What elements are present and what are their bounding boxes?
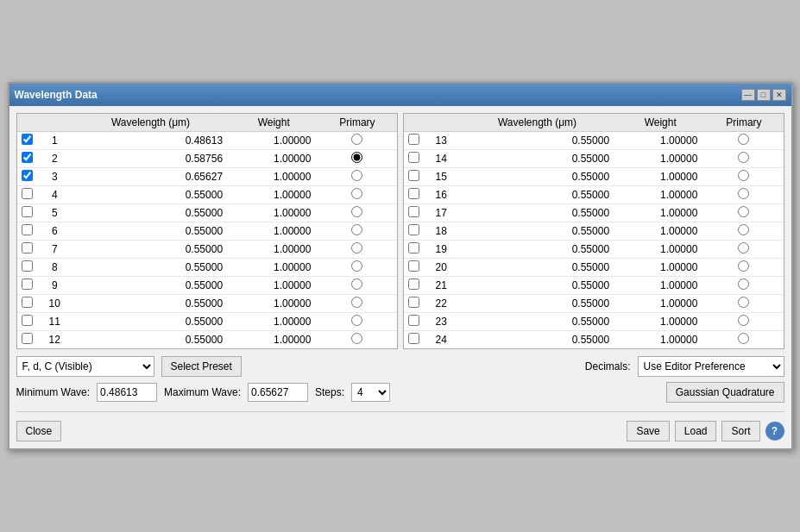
right-row-primary-cell <box>704 259 783 277</box>
left-row-checkbox[interactable] <box>22 315 33 326</box>
right-row-num: 17 <box>425 204 458 222</box>
left-row-checkbox[interactable] <box>22 279 33 290</box>
left-row-primary-radio[interactable] <box>351 333 362 344</box>
right-row-primary-radio[interactable] <box>738 260 749 272</box>
left-row-primary-radio[interactable] <box>351 297 362 308</box>
left-row-checkbox[interactable] <box>22 134 33 145</box>
right-row-checkbox[interactable] <box>408 333 419 344</box>
right-row-num: 15 <box>425 168 458 186</box>
load-button[interactable]: Load <box>675 421 717 441</box>
left-row-checkbox[interactable] <box>22 224 33 235</box>
right-row-primary-radio[interactable] <box>738 242 749 253</box>
right-row-primary-radio[interactable] <box>738 297 749 308</box>
right-row-primary-radio[interactable] <box>738 188 749 199</box>
right-row-primary-cell <box>704 204 783 222</box>
left-row-primary-radio[interactable] <box>351 206 362 217</box>
right-row-primary-radio[interactable] <box>738 206 749 217</box>
right-row-primary-radio[interactable] <box>738 279 749 290</box>
right-row-checkbox[interactable] <box>408 224 419 235</box>
left-row-primary-radio[interactable] <box>351 170 362 181</box>
right-table-row: 22 0.55000 1.00000 <box>404 295 784 313</box>
decimals-dropdown[interactable]: Use Editor Preference 1 2 3 4 5 6 <box>638 356 784 377</box>
left-row-primary-radio[interactable] <box>351 279 362 290</box>
left-table-row: 2 0.58756 1.00000 <box>17 150 397 168</box>
right-row-checkbox[interactable] <box>408 188 419 199</box>
left-table-row: 12 0.55000 1.00000 <box>17 331 397 349</box>
left-row-checkbox[interactable] <box>22 260 33 272</box>
sort-button[interactable]: Sort <box>721 421 759 441</box>
gaussian-quadrature-button[interactable]: Gaussian Quadrature <box>666 382 784 403</box>
right-row-checkbox[interactable] <box>408 315 419 326</box>
tables-row: Wavelength (μm) Weight Primary 1 0.48613… <box>16 113 784 349</box>
select-preset-button[interactable]: Select Preset <box>161 356 242 377</box>
left-table-row: 10 0.55000 1.00000 <box>17 295 397 313</box>
left-row-checkbox-cell <box>17 295 38 313</box>
right-row-checkbox-cell <box>404 241 425 259</box>
preset-dropdown[interactable]: F, d, C (Visible) Custom <box>16 356 154 377</box>
right-row-checkbox[interactable] <box>408 134 419 145</box>
minimize-button[interactable]: — <box>741 89 755 101</box>
right-table-row: 23 0.55000 1.00000 <box>404 313 784 331</box>
right-row-wavelength: 0.55000 <box>458 168 616 186</box>
right-col-wavelength: Wavelength (μm) <box>458 114 616 132</box>
right-row-checkbox[interactable] <box>408 206 419 217</box>
left-row-weight: 1.00000 <box>230 295 318 313</box>
restore-button[interactable]: □ <box>757 89 771 101</box>
right-row-wavelength: 0.55000 <box>458 241 616 259</box>
left-row-primary-radio[interactable] <box>351 152 362 163</box>
left-row-primary-radio[interactable] <box>351 188 362 199</box>
right-row-checkbox[interactable] <box>408 152 419 163</box>
right-row-num: 22 <box>425 295 458 313</box>
left-row-primary-radio[interactable] <box>351 260 362 272</box>
left-row-primary-radio[interactable] <box>351 242 362 253</box>
left-table-row: 4 0.55000 1.00000 <box>17 186 397 204</box>
left-row-primary-radio[interactable] <box>351 315 362 326</box>
right-row-primary-radio[interactable] <box>738 134 749 145</box>
left-row-wavelength: 0.55000 <box>72 331 230 349</box>
min-wave-input[interactable] <box>97 383 157 402</box>
right-row-primary-radio[interactable] <box>738 152 749 163</box>
left-row-weight: 1.00000 <box>230 313 318 331</box>
right-table-row: 21 0.55000 1.00000 <box>404 277 784 295</box>
help-button[interactable]: ? <box>765 422 784 441</box>
save-button[interactable]: Save <box>627 421 669 441</box>
left-row-checkbox[interactable] <box>22 188 33 199</box>
right-row-checkbox[interactable] <box>408 170 419 181</box>
left-row-checkbox[interactable] <box>22 152 33 163</box>
left-row-num: 12 <box>38 331 72 349</box>
close-button[interactable]: Close <box>16 421 62 441</box>
right-table-row: 17 0.55000 1.00000 <box>404 204 784 222</box>
left-row-checkbox[interactable] <box>22 333 33 344</box>
right-row-primary-cell <box>704 313 783 331</box>
right-row-checkbox[interactable] <box>408 297 419 308</box>
right-row-checkbox-cell <box>404 222 425 241</box>
right-row-primary-cell <box>704 241 783 259</box>
close-button[interactable]: ✕ <box>772 89 786 101</box>
right-row-checkbox[interactable] <box>408 279 419 290</box>
right-row-checkbox[interactable] <box>408 260 419 272</box>
left-row-checkbox[interactable] <box>22 170 33 181</box>
right-row-weight: 1.00000 <box>616 241 704 259</box>
right-table-container: Wavelength (μm) Weight Primary 13 0.5500… <box>403 113 784 349</box>
right-row-wavelength: 0.55000 <box>458 313 616 331</box>
max-wave-input[interactable] <box>248 383 308 402</box>
right-row-primary-radio[interactable] <box>738 170 749 181</box>
left-row-wavelength: 0.55000 <box>72 204 230 222</box>
steps-dropdown[interactable]: 1234 5678 <box>351 383 390 402</box>
left-row-checkbox-cell <box>17 222 38 241</box>
right-row-num: 18 <box>425 222 458 241</box>
right-row-num: 19 <box>425 241 458 259</box>
right-row-primary-radio[interactable] <box>738 315 749 326</box>
right-row-primary-radio[interactable] <box>738 333 749 344</box>
right-row-checkbox[interactable] <box>408 242 419 253</box>
right-row-primary-radio[interactable] <box>738 224 749 235</box>
left-row-checkbox[interactable] <box>22 297 33 308</box>
left-row-primary-radio[interactable] <box>351 134 362 145</box>
left-row-checkbox[interactable] <box>22 206 33 217</box>
left-row-primary-radio[interactable] <box>351 224 362 235</box>
left-row-primary-cell <box>318 295 396 313</box>
left-row-checkbox[interactable] <box>22 242 33 253</box>
window-controls: — □ ✕ <box>741 89 786 101</box>
right-row-checkbox-cell <box>404 186 425 204</box>
left-row-num: 9 <box>38 277 72 295</box>
